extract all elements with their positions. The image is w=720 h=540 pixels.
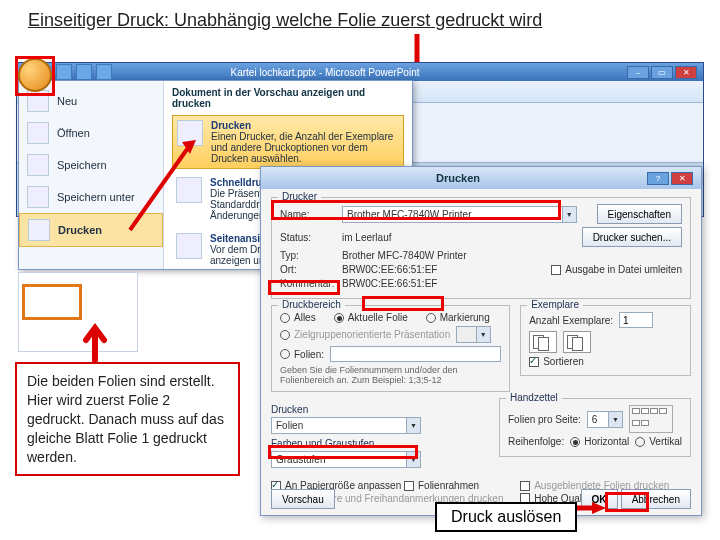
- max-button[interactable]: ▭: [651, 66, 673, 79]
- range-fieldset: Druckbereich Alles Aktuelle Folie Markie…: [271, 305, 510, 392]
- name-label: Name:: [280, 209, 336, 220]
- copies-input[interactable]: [619, 312, 653, 328]
- menu-right-heading: Dokument in der Vorschau anzeigen und dr…: [172, 87, 404, 109]
- save-icon: [27, 154, 49, 176]
- redo-icon[interactable]: [96, 64, 112, 80]
- print-what-block: Drucken Folien▼ Farben und Graustufen Gr…: [271, 398, 489, 474]
- printer-combo[interactable]: Brother MFC-7840W Printer▼: [342, 206, 577, 223]
- radio-horizontal[interactable]: Horizontal: [570, 436, 629, 447]
- print-dialog: Drucken ? ✕ Drucker Name: Brother MFC-78…: [260, 166, 702, 516]
- chevron-down-icon: ▼: [562, 207, 576, 222]
- new-icon: [27, 90, 49, 112]
- page-title: Einseitiger Druck: Unabhängig welche Fol…: [28, 10, 542, 31]
- slide-thumbnail-2[interactable]: [22, 284, 82, 320]
- ppt-title: Kartei lochkart.pptx - Microsoft PowerPo…: [231, 67, 420, 78]
- radio-alles[interactable]: Alles: [280, 312, 316, 323]
- trigger-label: Druck auslösen: [435, 502, 577, 532]
- arrow-to-print-option: [120, 130, 210, 242]
- handout-fieldset: Handzettel Folien pro Seite: 6▼ Reihenfo…: [499, 398, 691, 457]
- office-orb-button[interactable]: [18, 58, 52, 92]
- save-icon[interactable]: [56, 64, 72, 80]
- annotation-note: Die beiden Folien sind erstellt. Hier wi…: [15, 362, 240, 476]
- preview-button[interactable]: Vorschau: [271, 489, 335, 509]
- quick-access-toolbar[interactable]: [56, 64, 112, 84]
- range-hint: Geben Sie die Foliennummern und/oder den…: [280, 365, 501, 385]
- collate-checkbox[interactable]: Sortieren: [529, 356, 584, 367]
- ppt-titlebar: Kartei lochkart.pptx - Microsoft PowerPo…: [17, 63, 703, 81]
- printer-fieldset: Drucker Name: Brother MFC-7840W Printer▼…: [271, 197, 691, 299]
- handout-layout-icon: [629, 405, 673, 433]
- slides-input[interactable]: [330, 346, 501, 362]
- print-what-combo[interactable]: Folien▼: [271, 417, 421, 434]
- radio-vertikal[interactable]: Vertikal: [635, 436, 682, 447]
- to-file-checkbox[interactable]: Ausgabe in Datei umleiten: [551, 264, 682, 275]
- undo-icon[interactable]: [76, 64, 92, 80]
- cancel-button[interactable]: Abbrechen: [621, 489, 691, 509]
- custom-combo: ▼: [456, 326, 490, 343]
- properties-button[interactable]: Eigenschaften: [597, 204, 682, 224]
- range-legend: Druckbereich: [278, 299, 345, 310]
- find-printer-button[interactable]: Drucker suchen...: [582, 227, 682, 247]
- collate-icon: [529, 331, 557, 353]
- printer-legend: Drucker: [278, 191, 321, 202]
- collate-icon: [563, 331, 591, 353]
- close-button[interactable]: ✕: [675, 66, 697, 79]
- radio-aktuelle-folie[interactable]: Aktuelle Folie: [334, 312, 408, 323]
- print-icon: [28, 219, 50, 241]
- dialog-titlebar: Drucken ? ✕: [261, 167, 701, 189]
- copies-legend: Exemplare: [527, 299, 583, 310]
- dialog-title: Drucken: [436, 172, 480, 184]
- arrow-to-thumbnail: [80, 322, 110, 364]
- saveas-icon: [27, 186, 49, 208]
- copies-fieldset: Exemplare Anzahl Exemplare: Sortieren: [520, 305, 691, 376]
- radio-markierung[interactable]: Markierung: [426, 312, 490, 323]
- radio-zielgruppe[interactable]: Zielgruppenorientierte Präsentation: [280, 329, 450, 340]
- dialog-close-button[interactable]: ✕: [671, 172, 693, 185]
- help-button[interactable]: ?: [647, 172, 669, 185]
- open-icon: [27, 122, 49, 144]
- radio-folien[interactable]: Folien:: [280, 349, 324, 360]
- min-button[interactable]: –: [627, 66, 649, 79]
- per-page-combo[interactable]: 6▼: [587, 411, 623, 428]
- color-combo[interactable]: Graustufen▼: [271, 451, 421, 468]
